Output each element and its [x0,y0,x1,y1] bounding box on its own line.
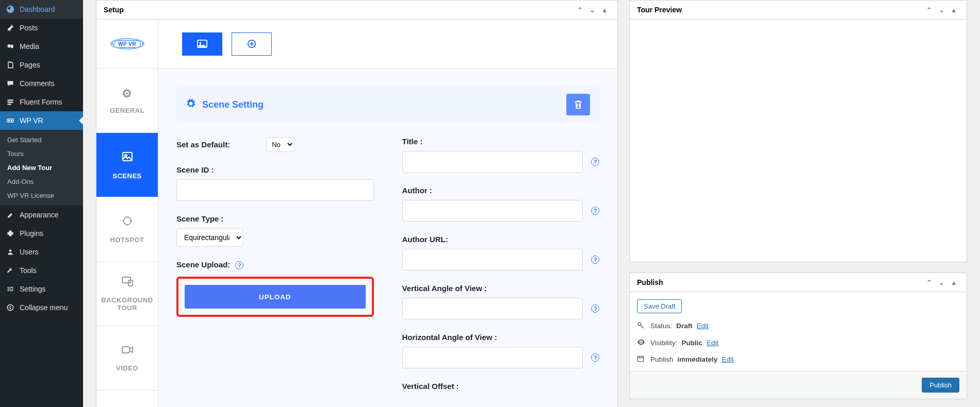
upload-button[interactable]: UPLOAD [185,285,366,309]
svg-rect-8 [7,287,9,288]
input-title[interactable] [402,151,583,173]
select-set-default[interactable]: No [266,137,295,152]
tab-label: SCENES [112,172,141,180]
upload-highlight: UPLOAD [176,277,374,317]
input-author-url[interactable] [402,249,583,270]
nav-plugins[interactable]: Plugins [0,224,83,243]
info-icon[interactable]: ? [591,158,599,166]
panel-controls: ⌃ ⌄ ▴ [923,279,959,286]
nav-appearance[interactable]: Appearance [0,206,83,224]
form-col-left: Set as Default: No Scene ID : [176,137,374,396]
nav-posts[interactable]: Posts [0,19,83,37]
panel-up-icon[interactable]: ⌃ [923,6,935,14]
input-scene-id[interactable] [176,179,374,201]
nav-label: Media [20,42,39,50]
edit-visibility-link[interactable]: Edit [707,339,718,347]
plugin-icon [5,228,15,239]
delete-scene-button[interactable] [566,94,590,115]
scene-tab-add[interactable] [232,32,272,56]
target-icon [122,215,133,230]
svg-rect-3 [7,104,11,105]
panel-up-icon[interactable]: ⌃ [574,6,585,14]
wpvr-ellipse-icon [107,35,148,53]
video-icon [121,345,134,358]
nav-wp-vr[interactable]: WP VR [0,111,83,130]
tab-background-tour[interactable]: BACKGROUND TOUR [96,262,158,326]
svg-point-0 [7,44,10,47]
panel-down-icon[interactable]: ⌄ [586,6,598,14]
nav-label: Pages [20,61,40,69]
nav-dashboard[interactable]: Dashboard [0,0,83,19]
panel-toggle-icon[interactable]: ▴ [948,279,959,286]
publish-button[interactable]: Publish [922,378,959,393]
info-icon[interactable]: ? [591,353,599,362]
forms-icon [5,97,15,107]
tab-scenes[interactable]: SCENES [96,133,158,197]
svg-point-15 [111,39,144,49]
edit-status-link[interactable]: Edit [697,322,709,330]
panel-down-icon[interactable]: ⌄ [936,6,947,14]
input-author[interactable] [402,200,583,222]
svg-point-7 [9,249,12,252]
label-title: Title : [402,137,600,146]
label-scene-id: Scene ID : [176,165,374,174]
nav-settings[interactable]: Settings [0,280,83,298]
info-icon[interactable]: ? [591,207,599,215]
input-h-angle[interactable] [402,347,583,368]
scene-tab-active[interactable] [182,32,222,56]
scene-setting-form: Scene Setting Set as Default: [158,69,617,407]
status-row: Status: Draft Edit [637,321,959,330]
label-set-default: Set as Default: [176,140,230,149]
form-col-right: Title : ? Author : [402,137,600,396]
submenu-add-ons[interactable]: Add-Ons [0,175,83,189]
nav-comments[interactable]: Comments [0,74,83,93]
input-v-angle[interactable] [402,298,583,319]
svg-rect-9 [10,287,13,288]
svg-rect-1 [7,99,13,100]
nav-media[interactable]: Media [0,37,83,56]
panel-toggle-icon[interactable]: ▴ [948,6,959,14]
tab-label: GENERAL [110,107,144,114]
nav-pages[interactable]: Pages [0,56,83,74]
panel-controls: ⌃ ⌄ ▴ [923,6,959,14]
save-draft-button[interactable]: Save Draft [637,299,682,313]
publish-panel: Publish ⌃ ⌄ ▴ Save Draft Status: Draft E… [629,273,967,399]
submenu-tours[interactable]: Tours [0,147,83,161]
nav-tools[interactable]: Tools [0,261,83,280]
info-icon[interactable]: ? [235,261,243,269]
tab-label: BACKGROUND TOUR [101,296,154,312]
nav-fluent-forms[interactable]: Fluent Forms [0,93,83,111]
nav-users[interactable]: Users [0,243,83,261]
tab-hotspot[interactable]: HOTSPOT [96,197,158,262]
wp-admin-sidebar: Dashboard Posts Media Pages Comments Flu… [0,0,83,407]
setup-content-area: Scene Setting Set as Default: [158,20,617,407]
tab-video[interactable]: VIDEO [96,326,158,391]
nav-label: Appearance [20,211,59,219]
panel-toggle-icon[interactable]: ▴ [599,6,610,14]
svg-rect-4 [7,119,14,122]
schedule-label: Publish [650,355,673,363]
tour-preview-body [630,20,967,262]
eye-icon [637,338,646,347]
nav-collapse[interactable]: Collapse menu [0,298,83,317]
svg-point-25 [638,323,641,326]
svg-point-6 [11,120,12,121]
submenu-license[interactable]: WP VR License [0,189,83,202]
visibility-row: Visibility: Public Edit [637,338,959,347]
label-scene-type: Scene Type : [176,214,374,223]
panel-up-icon[interactable]: ⌃ [923,279,935,286]
svg-point-14 [7,304,13,310]
panel-down-icon[interactable]: ⌄ [936,279,947,286]
edit-schedule-link[interactable]: Edit [722,355,733,363]
submenu-get-started[interactable]: Get Started [0,133,83,147]
nav-label: Settings [20,285,46,293]
nav-label: Plugins [20,229,43,238]
tab-general[interactable]: ⚙ GENERAL [96,69,158,133]
info-icon[interactable]: ? [591,256,599,264]
select-scene-type[interactable]: Equirectangular [176,228,243,247]
nav-label: Posts [20,24,38,32]
info-icon[interactable]: ? [591,304,599,313]
publish-header: Publish ⌃ ⌄ ▴ [630,273,967,292]
setup-panel: Setup ⌃ ⌄ ▴ [96,0,618,407]
submenu-add-new-tour[interactable]: Add New Tour [0,161,83,175]
